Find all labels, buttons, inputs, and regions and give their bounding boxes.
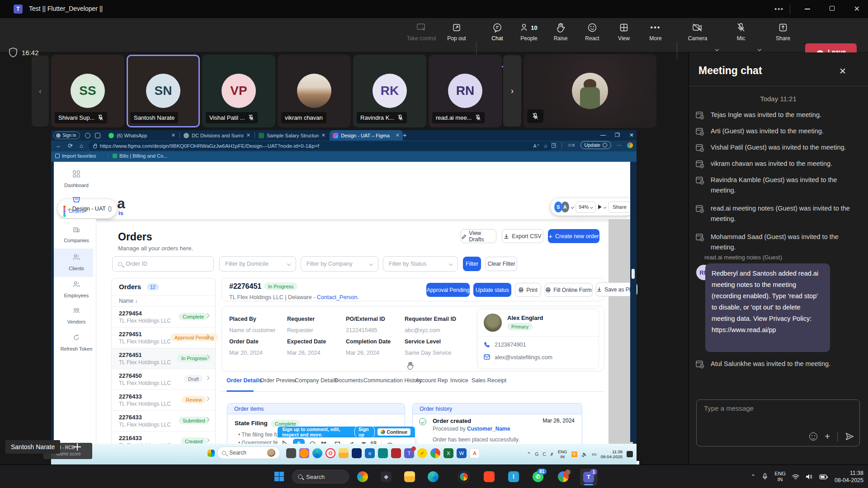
edge-icon[interactable]	[428, 471, 439, 482]
order-row[interactable]: 2276433TL Flex Holdings LLCReview	[112, 389, 215, 410]
bookmark-item[interactable]: Bills | Billing and Co...	[113, 153, 167, 159]
update-status-button[interactable]: Update status	[473, 283, 511, 297]
teams-taskbar-active[interactable]: T1	[580, 469, 597, 486]
update-browser-button[interactable]: Update	[580, 141, 611, 149]
tab-account-rep[interactable]: Account Rep	[415, 377, 448, 384]
filter-button[interactable]: Filter	[463, 257, 481, 271]
read-aloud-icon[interactable]: A⌃	[533, 144, 540, 149]
refresh-icon[interactable]: ⟳	[68, 142, 73, 149]
video-tile-active-speaker[interactable]: SN Santosh Narate	[127, 55, 200, 127]
browser-workspaces-icon[interactable]	[85, 133, 90, 138]
whatsapp-icon[interactable]: ✆81	[533, 471, 543, 482]
approval-pending-button[interactable]: Approval Pending	[426, 283, 470, 297]
tiles-scroll-left[interactable]: ‹	[32, 56, 49, 127]
copilot-icon[interactable]	[357, 471, 368, 482]
order-id-search[interactable]: Order ID	[112, 256, 214, 272]
settings-more-icon[interactable]: ⋯	[617, 142, 622, 148]
browser-close[interactable]: ✕	[629, 132, 634, 138]
sidebar-item-dashboard[interactable]: Dashboard	[57, 170, 96, 188]
present-icon[interactable]	[598, 205, 602, 209]
take-control-button[interactable]: Take control	[404, 22, 439, 42]
print-button[interactable]: Print	[515, 283, 541, 297]
contact-phone[interactable]: 2123874901	[495, 342, 526, 348]
tray-mic-icon[interactable]	[762, 473, 768, 481]
tab-documents[interactable]: Documents	[335, 377, 363, 384]
new-tab-button[interactable]: +	[403, 131, 407, 139]
clear-filter-button[interactable]: Clear Filter	[486, 257, 517, 271]
minimize-button[interactable]	[805, 9, 810, 9]
collaborator-avatar[interactable]: S	[554, 202, 562, 212]
browser-tab[interactable]: (6) WhatsApp✕	[105, 130, 179, 141]
tab-communication-history[interactable]: Communication History	[363, 377, 422, 384]
camera-options-chevron[interactable]	[715, 47, 719, 51]
tab-actions-icon[interactable]	[95, 133, 100, 138]
browser-tab[interactable]: Sample Salary Structure with calc✕	[255, 130, 329, 141]
share-button[interactable]: Share	[766, 22, 800, 42]
chat-button[interactable]: Chat	[480, 22, 514, 42]
tab-order-preview[interactable]: Order Preview	[260, 377, 296, 384]
name-column-header[interactable]: Name ↓	[119, 298, 137, 304]
order-row[interactable]: 2279454TL Flex Holdings LLCComplete	[112, 306, 215, 327]
sidebar-item-companies[interactable]: Companies	[57, 225, 96, 243]
wifi-icon[interactable]	[792, 474, 799, 480]
sidebar-item-refresh-token[interactable]: Refresh Token	[57, 333, 96, 352]
import-favorites-button[interactable]: Import favorites	[55, 153, 96, 159]
video-tile[interactable]: RK Ravindra K...	[353, 55, 426, 127]
camera-button[interactable]: Camera	[680, 22, 715, 42]
battery-icon[interactable]	[819, 474, 828, 480]
contact-person-link[interactable]: Contact_Person.	[317, 294, 359, 300]
tab-close-icon[interactable]: ✕	[246, 132, 250, 138]
sidebar-item-orders[interactable]: Orders	[57, 196, 96, 214]
pop-out-button[interactable]: Pop out	[439, 22, 474, 42]
restore-button[interactable]	[830, 6, 835, 11]
vscode-icon[interactable]: ⌇	[508, 471, 519, 482]
video-tile[interactable]: RN read.ai mee...	[429, 55, 502, 127]
filter-status-select[interactable]: Filter by Status	[383, 256, 458, 272]
video-tile[interactable]: vikram chavan	[278, 55, 351, 127]
order-row-selected[interactable]: 2276451TL Flex Holdings LLCIn Progress	[112, 348, 215, 369]
tab-sales-receipt[interactable]: Sales Receipt	[472, 377, 506, 384]
taskbar-search[interactable]: Search	[292, 470, 349, 483]
message-input[interactable]	[704, 404, 840, 412]
raise-button[interactable]: Raise	[543, 22, 578, 42]
sign-up-button[interactable]: Sign up	[354, 426, 375, 438]
chrome-icon[interactable]	[458, 471, 469, 482]
close-button[interactable]: ✕	[854, 5, 860, 13]
attach-icon[interactable]: +	[825, 432, 830, 441]
people-button[interactable]: 10 People	[512, 22, 546, 42]
filter-domicile-select[interactable]: Filter by Domicile	[219, 256, 296, 272]
layout-icon[interactable]	[108, 206, 111, 211]
video-tile[interactable]: SS Shivani Sup...	[51, 55, 124, 127]
filter-company-select[interactable]: Filter by Company	[301, 256, 378, 272]
tab-company-details[interactable]: Company Details	[295, 377, 338, 384]
sidebar-item-vendors[interactable]: Vendors	[57, 306, 96, 324]
tiles-scroll-right[interactable]: ›	[503, 55, 521, 127]
order-row[interactable]: 2279451TL Flex Holdings LLCApproval Pend…	[112, 327, 215, 348]
video-tile[interactable]: VP Vishal Patil ...	[202, 55, 275, 127]
url-field[interactable]: https://www.figma.com/design/9BKQ0FOHRWa…	[89, 141, 552, 150]
fill-online-form-button[interactable]: Fill Online Form	[545, 283, 593, 297]
favorites-list-icon[interactable]: ☆≡	[567, 142, 575, 148]
send-icon[interactable]	[845, 432, 854, 441]
favorite-star-icon[interactable]: ☆	[543, 143, 548, 149]
copilot-icon[interactable]	[627, 142, 633, 148]
back-icon[interactable]: ←	[56, 142, 61, 149]
video-tile-pinned[interactable]	[524, 54, 656, 128]
zoom-control[interactable]: 94%	[576, 202, 596, 213]
more-button[interactable]: ••• More	[638, 22, 673, 42]
sidebar-item-employees[interactable]: Employees	[57, 280, 96, 298]
sidebar-item-clients[interactable]: Clients	[57, 253, 96, 271]
export-csv-button[interactable]: Export CSV	[502, 229, 543, 243]
obsidian-icon[interactable]: ◆	[381, 471, 392, 482]
view-drafts-button[interactable]: View Drafts	[461, 229, 496, 243]
react-button[interactable]: React	[575, 22, 609, 42]
tray-chevron[interactable]: ⌃	[751, 474, 755, 480]
mic-button[interactable]: Mic	[724, 22, 758, 42]
tab-invoice[interactable]: Invoice	[450, 377, 468, 384]
order-row[interactable]: 2276450TL Flex Holdings LLCDraft	[112, 369, 215, 389]
tab-close-icon[interactable]: ✕	[396, 132, 400, 138]
browser-minimize[interactable]: —	[600, 132, 606, 138]
order-row[interactable]: 2276433TL Flex Holdings LLCSubmitted	[112, 410, 215, 431]
tab-order-details[interactable]: Order Details	[226, 377, 262, 384]
home-icon[interactable]: ⌂	[80, 142, 83, 149]
